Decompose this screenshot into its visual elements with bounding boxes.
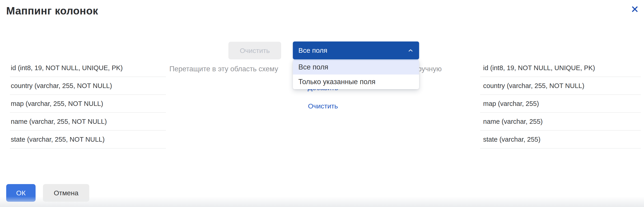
- dialog-title: Маппинг колонок: [6, 4, 98, 17]
- dropdown-option-specified-fields[interactable]: Только указанные поля: [293, 74, 419, 89]
- close-button[interactable]: [629, 4, 640, 15]
- source-column-row[interactable]: name (varchar, 255, NOT NULL): [10, 113, 166, 131]
- source-columns-list: id (int8, 19, NOT NULL, UNIQUE, PK) coun…: [10, 59, 166, 149]
- target-column-row[interactable]: state (varchar, 255): [480, 131, 641, 149]
- clear-link[interactable]: Очистить: [300, 102, 346, 110]
- target-columns-list: id (int8, 19, NOT NULL, UNIQUE, PK) coun…: [480, 59, 641, 149]
- close-icon: [631, 5, 639, 13]
- target-column-row[interactable]: country (varchar, 255, NOT NULL): [480, 77, 641, 95]
- column-mapping-dialog: Маппинг колонок Перетащите в эту область…: [0, 0, 644, 207]
- source-column-row[interactable]: map (varchar, 255, NOT NULL): [10, 95, 166, 113]
- fields-mode-select-value: Все поля: [298, 46, 327, 54]
- dialog-bottom-edge: [0, 197, 644, 207]
- dropdown-option-all-fields[interactable]: Все поля: [293, 60, 419, 74]
- chevron-up-icon: [407, 47, 414, 54]
- source-column-row[interactable]: state (varchar, 255, NOT NULL): [10, 131, 166, 149]
- fields-mode-dropdown-menu: Все поля Только указанные поля: [293, 60, 419, 89]
- source-column-row[interactable]: country (varchar, 255, NOT NULL): [10, 77, 166, 95]
- target-column-row[interactable]: id (int8, 19, NOT NULL, UNIQUE, PK): [480, 59, 641, 77]
- source-column-row[interactable]: id (int8, 19, NOT NULL, UNIQUE, PK): [10, 59, 166, 77]
- target-column-row[interactable]: name (varchar, 255): [480, 113, 641, 131]
- ok-button[interactable]: ОК: [6, 184, 36, 202]
- drop-hint-text-right: ручную: [418, 65, 442, 73]
- drop-hint-text-left: Перетащите в эту область схему: [170, 65, 278, 73]
- cancel-button[interactable]: Отмена: [43, 184, 89, 202]
- fields-mode-select[interactable]: Все поля: [293, 41, 419, 59]
- target-column-row[interactable]: map (varchar, 255): [480, 95, 641, 113]
